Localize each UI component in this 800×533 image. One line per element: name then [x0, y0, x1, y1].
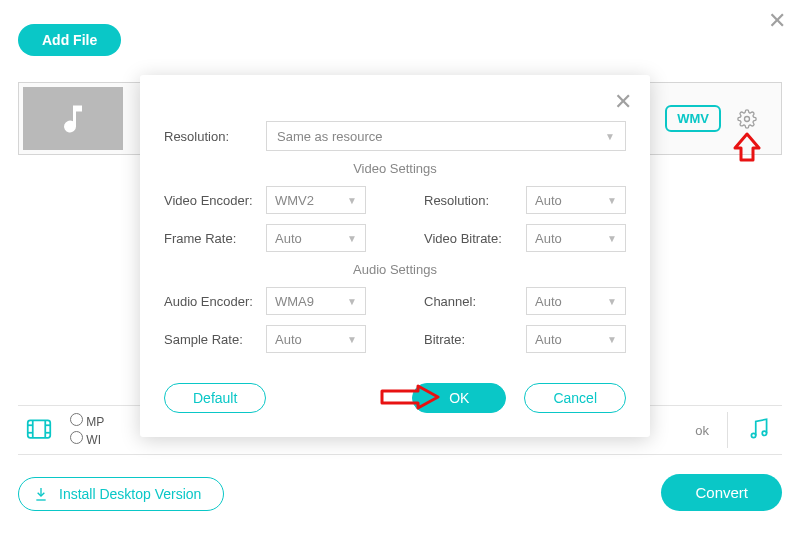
format-radio-1-label: MP: [86, 415, 104, 429]
default-button[interactable]: Default: [164, 383, 266, 413]
music-note-icon: [55, 101, 91, 137]
cancel-button[interactable]: Cancel: [524, 383, 626, 413]
svg-point-9: [762, 431, 766, 435]
add-file-button[interactable]: Add File: [18, 24, 121, 56]
svg-point-0: [745, 117, 750, 122]
frame-rate-select[interactable]: Auto▼: [266, 224, 366, 252]
sample-rate-select[interactable]: Auto▼: [266, 325, 366, 353]
format-chip[interactable]: WMV: [665, 105, 721, 132]
chevron-down-icon: ▼: [605, 131, 615, 142]
chevron-down-icon: ▼: [347, 195, 357, 206]
right-text: ok: [695, 423, 709, 438]
resolution-value: Same as resource: [277, 129, 383, 144]
audio-bitrate-select[interactable]: Auto▼: [526, 325, 626, 353]
sample-rate-label: Sample Rate:: [164, 332, 266, 347]
modal-close-icon[interactable]: ✕: [614, 89, 632, 115]
video-bitrate-label: Video Bitrate:: [424, 231, 526, 246]
download-icon: [33, 486, 49, 502]
close-icon[interactable]: ✕: [768, 8, 786, 34]
video-encoder-select[interactable]: WMV2▼: [266, 186, 366, 214]
annotation-arrow-right: [380, 384, 440, 413]
resolution-label: Resolution:: [164, 129, 266, 144]
frame-rate-value: Auto: [275, 231, 302, 246]
audio-bitrate-label: Bitrate:: [424, 332, 526, 347]
format-radio-1[interactable]: MP: [70, 413, 104, 429]
file-thumbnail: [23, 87, 123, 150]
video-bitrate-select[interactable]: Auto▼: [526, 224, 626, 252]
settings-modal: ✕ Resolution: Same as resource ▼ Video S…: [140, 75, 650, 437]
svg-point-8: [751, 433, 755, 437]
frame-rate-label: Frame Rate:: [164, 231, 266, 246]
format-radio-2-label: WI: [86, 433, 101, 447]
audio-settings-heading: Audio Settings: [164, 262, 626, 277]
annotation-arrow-up: [733, 132, 761, 165]
chevron-down-icon: ▼: [607, 334, 617, 345]
video-encoder-label: Video Encoder:: [164, 193, 266, 208]
divider: [727, 412, 728, 448]
audio-encoder-value: WMA9: [275, 294, 314, 309]
resolution-select[interactable]: Same as resource ▼: [266, 121, 626, 151]
video-resolution-select[interactable]: Auto▼: [526, 186, 626, 214]
channel-label: Channel:: [424, 294, 526, 309]
chevron-down-icon: ▼: [607, 296, 617, 307]
video-resolution-label: Resolution:: [424, 193, 526, 208]
video-bitrate-value: Auto: [535, 231, 562, 246]
audio-encoder-label: Audio Encoder:: [164, 294, 266, 309]
chevron-down-icon: ▼: [607, 195, 617, 206]
chevron-down-icon: ▼: [607, 233, 617, 244]
format-radio-2[interactable]: WI: [70, 431, 104, 447]
chevron-down-icon: ▼: [347, 296, 357, 307]
convert-button[interactable]: Convert: [661, 474, 782, 511]
video-icon[interactable]: [24, 414, 54, 447]
music-icon[interactable]: [746, 416, 772, 445]
video-resolution-value: Auto: [535, 193, 562, 208]
gear-icon[interactable]: [737, 109, 757, 132]
video-settings-grid: Video Encoder: WMV2▼ Resolution: Auto▼ F…: [164, 186, 626, 252]
install-desktop-label: Install Desktop Version: [59, 486, 201, 502]
video-settings-heading: Video Settings: [164, 161, 626, 176]
channel-value: Auto: [535, 294, 562, 309]
install-desktop-button[interactable]: Install Desktop Version: [18, 477, 224, 511]
svg-rect-1: [28, 420, 51, 438]
audio-encoder-select[interactable]: WMA9▼: [266, 287, 366, 315]
video-encoder-value: WMV2: [275, 193, 314, 208]
format-radio-group: MP WI: [70, 411, 104, 449]
sample-rate-value: Auto: [275, 332, 302, 347]
audio-settings-grid: Audio Encoder: WMA9▼ Channel: Auto▼ Samp…: [164, 287, 626, 353]
channel-select[interactable]: Auto▼: [526, 287, 626, 315]
audio-bitrate-value: Auto: [535, 332, 562, 347]
chevron-down-icon: ▼: [347, 233, 357, 244]
chevron-down-icon: ▼: [347, 334, 357, 345]
